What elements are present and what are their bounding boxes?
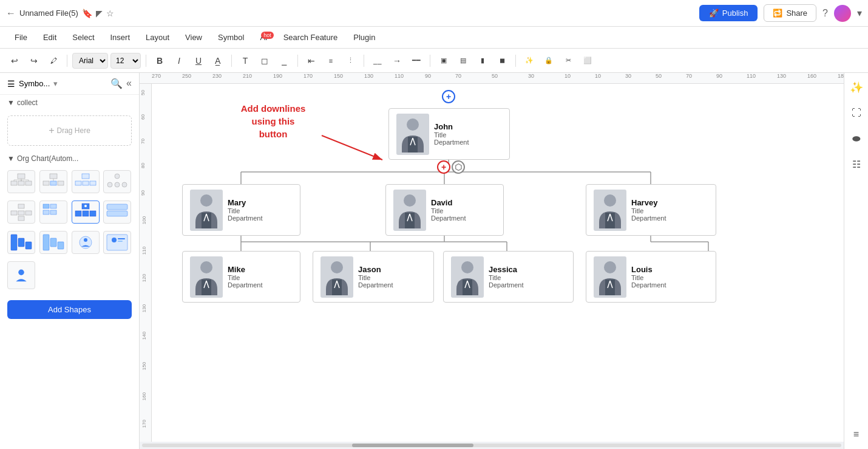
menu-search-feature[interactable]: Search Feature [276,30,345,44]
italic-button[interactable]: I [171,52,188,69]
font-size-select[interactable]: 12 [110,53,141,69]
template-2[interactable] [39,170,67,193]
lock-button[interactable]: 🔒 [540,52,557,69]
template-11[interactable] [72,231,100,254]
export-icon[interactable]: ◤ [96,9,103,18]
align-left-button[interactable]: ⇤ [303,52,320,69]
menu-plugin[interactable]: Plugin [346,30,382,44]
search-icon[interactable]: 🔍 [110,78,123,89]
template-4[interactable] [103,170,131,193]
node-david[interactable]: David Title Department [385,184,504,236]
menu-layout[interactable]: Layout [138,30,177,44]
connection-button[interactable]: ⎯⎯ [369,52,386,69]
template-9[interactable] [7,231,35,254]
template-6[interactable] [39,201,67,224]
node-mike[interactable]: Mike Title Department [182,251,300,303]
eraser-button[interactable]: ◻ [256,52,273,69]
node-jason[interactable]: Jason Title Department [313,251,434,303]
scroll-thumb[interactable] [352,444,473,447]
template-1[interactable] [7,170,35,193]
bookmark-icon[interactable]: 🔖 [82,9,92,18]
template-7[interactable] [72,201,100,224]
svg-rect-3 [18,181,24,185]
menu-edit[interactable]: Edit [36,30,64,44]
line-style-button[interactable]: ━━ [408,52,425,69]
template-13[interactable] [7,261,35,289]
add-shapes-button[interactable]: Add Shapes [7,300,132,319]
magic-button[interactable]: ✨ [521,52,538,69]
fullscreen-button[interactable]: ⬜ [579,52,596,69]
ruler-label-14: 10 [595,73,601,79]
node-louis[interactable]: Louis Title Department [586,251,716,303]
svg-rect-34 [83,211,89,216]
template-8[interactable] [103,201,131,224]
topbar-right: 🚀 Publish 🔁 Share ? ▾ [699,4,862,22]
font-color-button[interactable]: A̲ [209,52,226,69]
template-10[interactable] [39,231,67,254]
template-12[interactable] [103,231,131,254]
collapse-icon[interactable]: « [126,78,132,89]
canvas-scrollbar[interactable] [140,442,844,449]
node-jason-name: Jason [358,265,393,274]
extra-4[interactable]: ◼ [493,52,510,69]
right-panel-layers-icon[interactable]: ⬬ [847,129,866,148]
section-orgchart[interactable]: ▼ Org Chart(Autom... [0,151,139,166]
node-john-info: John Title Department [434,122,469,146]
avatar[interactable] [834,5,851,22]
extra-1[interactable]: ▣ [435,52,452,69]
node-jessica[interactable]: Jessica Title Department [443,251,574,303]
text-button[interactable]: T [237,52,254,69]
toolbar-sep-7 [515,55,516,67]
extra-2[interactable]: ▤ [455,52,472,69]
redo-button[interactable]: ↪ [25,52,42,69]
align-vert-button[interactable]: ⋮ [342,52,359,69]
back-icon[interactable]: ← [6,8,16,19]
bold-button[interactable]: B [151,52,168,69]
right-panel-settings-icon[interactable]: ≡ [847,425,866,444]
svg-point-32 [84,205,87,207]
right-panel-format-icon[interactable]: ⛶ [847,103,866,123]
node-harvey[interactable]: Harvey Title Department [586,184,716,236]
right-panel-magic-icon[interactable]: ✨ [847,78,866,97]
node-mary[interactable]: Mary Title Department [182,184,300,236]
line-button[interactable]: ⎯ [276,52,293,69]
template-5[interactable] [7,201,35,224]
node-harvey-title: Title [631,207,666,214]
rv-160: 160 [141,392,147,400]
menu-ai[interactable]: AI hot [253,30,274,44]
svg-rect-26 [18,216,24,221]
main-area: ☰ Symbo... ▾ 🔍 « ▼ collect + Drag Here ▼… [0,73,868,449]
arrow-button[interactable]: → [388,52,405,69]
undo-button[interactable]: ↩ [6,52,23,69]
template-1-svg [10,173,33,191]
rv-110: 110 [141,247,147,255]
underline-button[interactable]: U [190,52,207,69]
align-center-button[interactable]: ≡ [322,52,339,69]
account-chevron-icon[interactable]: ▾ [857,7,862,19]
add-button-john-2[interactable]: ⬡ [452,160,465,174]
menu-view[interactable]: View [178,30,209,44]
plus-icon: + [49,125,54,136]
menu-file[interactable]: File [7,30,35,44]
node-john[interactable]: John Title Department [388,108,510,160]
menu-select[interactable]: Select [65,30,101,44]
section-collect[interactable]: ▼ collect [0,95,139,111]
menu-insert[interactable]: Insert [103,30,138,44]
svg-rect-2 [11,181,17,185]
star-icon[interactable]: ☆ [106,9,114,18]
help-icon[interactable]: ? [822,8,828,19]
publish-button[interactable]: 🚀 Publish [699,5,758,21]
share-button[interactable]: 🔁 Share [764,4,816,22]
template-3[interactable] [72,170,100,193]
drag-here-area[interactable]: + Drag Here [7,115,132,146]
scissors-button[interactable]: ✂ [560,52,577,69]
right-panel-grid-icon[interactable]: ☷ [847,154,866,174]
menu-symbol[interactable]: Symbol [211,30,251,44]
sidebar-chevron-icon[interactable]: ▾ [53,79,58,88]
extra-3[interactable]: ▮ [474,52,491,69]
format-copy-button[interactable]: 🖍 [45,52,62,69]
font-select[interactable]: Arial [72,53,108,69]
add-button-john[interactable]: + [437,160,450,174]
canvas[interactable]: Add downlinesusing thisbutton + [152,84,844,442]
add-button-top[interactable]: + [442,90,455,103]
